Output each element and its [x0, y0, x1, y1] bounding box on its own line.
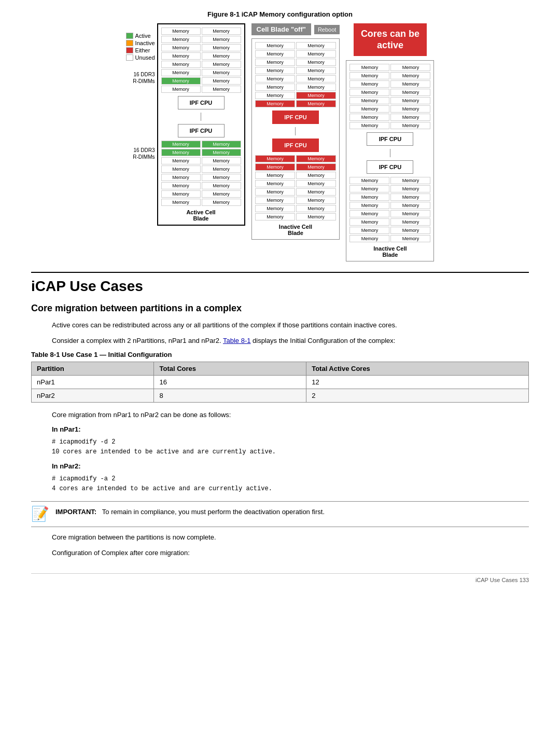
table-row: nPar1 16 12 — [32, 376, 529, 389]
blade2-top-memory: MemoryMemory MemoryMemory MemoryMemory M… — [255, 42, 336, 107]
cell-blade-off-label: Cell Blade "off" — [251, 23, 311, 35]
blade3-label: Inactive CellBlade — [373, 245, 407, 258]
migration-intro: Core migration from nPar1 to nPar2 can b… — [31, 410, 529, 420]
blade2-cpu-bot: IPF CPU — [272, 139, 319, 152]
migration-complete: Core migration between the partitions is… — [31, 532, 529, 543]
blade1-with-ddr: Active Inactive Either Unused 16 DDR3R-D… — [126, 23, 245, 226]
legend: Active Inactive Either Unused — [126, 33, 155, 61]
important-box: 📝 IMPORTANT: To remain in compliance, yo… — [31, 501, 529, 527]
blade2-panel: MemoryMemory MemoryMemory MemoryMemory M… — [251, 38, 340, 240]
section-title: iCAP Use Cases — [31, 272, 529, 295]
important-text: IMPORTANT: To remain in compliance, you … — [55, 507, 325, 517]
code-block-1: # icapmodify -d 2 10 cores are intended … — [52, 435, 529, 459]
in-npar2-label: In nPar2: — [52, 462, 529, 470]
blade1-cpu-top: IPF CPU — [178, 96, 225, 109]
blade3-cpu-top: IPF CPU — [367, 132, 413, 146]
blade1-label: Active CellBlade — [186, 209, 215, 222]
blade3-cpu-bot: IPF CPU — [367, 160, 413, 174]
blade1-cpu-bot: IPF CPU — [178, 124, 225, 137]
legend-unused: Unused — [135, 54, 155, 61]
blade3-wrapper: Cores can beactive MemoryMemory MemoryMe… — [346, 23, 434, 261]
blade3-panel: MemoryMemory MemoryMemory MemoryMemory M… — [346, 60, 434, 261]
in-npar1-label: In nPar1: — [52, 425, 529, 433]
cell-active-npar1: 12 — [306, 376, 529, 389]
blade3-top-memory: MemoryMemory MemoryMemory MemoryMemory M… — [349, 64, 430, 129]
subsection-title: Core migration between partitions in a c… — [31, 303, 529, 314]
para2: Consider a complex with 2 nPartitions, n… — [31, 336, 529, 346]
figure-title: Figure 8-1 iCAP Memory configuration opt… — [31, 10, 529, 18]
important-message: To remain in compliance, you must perfor… — [102, 508, 325, 516]
col-partition: Partition — [32, 362, 154, 376]
table-row: nPar2 8 2 — [32, 389, 529, 403]
blade1-panel: MemoryMemory MemoryMemory MemoryMemory M… — [157, 23, 245, 226]
para1: Active cores can be redistributed across… — [31, 320, 529, 330]
code-block-2: # icapmodify -a 2 4 cores are intended t… — [52, 472, 529, 496]
ddr-bot-label: 16 DDR3R-DIMMs — [133, 147, 155, 160]
legend-inactive: Inactive — [135, 40, 155, 46]
col-total-cores: Total Cores — [154, 362, 306, 376]
blade1-top-memory: MemoryMemory MemoryMemory MemoryMemory M… — [161, 27, 241, 93]
cell-npar2: nPar2 — [32, 389, 154, 403]
footer: iCAP Use Cases 133 — [31, 573, 529, 583]
legend-either: Either — [135, 47, 150, 53]
blade1-bot-memory: MemoryMemory MemoryMemory MemoryMemory M… — [161, 141, 241, 206]
blade3-bot-memory: MemoryMemory MemoryMemory MemoryMemory M… — [349, 177, 430, 242]
table-title: Table 8-1 Use Case 1 — Initial Configura… — [31, 351, 529, 358]
data-table: Partition Total Cores Total Active Cores… — [31, 362, 529, 403]
blade2-bot-memory: MemoryMemory MemoryMemory MemoryMemory M… — [255, 155, 336, 220]
important-label: IMPORTANT: — [55, 508, 96, 516]
ddr-top-label: 16 DDR3R-DIMMs — [133, 71, 155, 85]
col-total-active: Total Active Cores — [306, 362, 529, 376]
config-after: Configuration of Complex after core migr… — [31, 548, 529, 558]
reboot-button[interactable]: Reboot — [314, 25, 340, 34]
legend-active: Active — [135, 33, 151, 39]
cell-cores-npar1: 16 — [154, 376, 306, 389]
important-icon: 📝 — [31, 507, 49, 521]
cell-active-npar2: 2 — [306, 389, 529, 403]
blade2-cpu-top: IPF CPU — [272, 110, 319, 124]
blade2-wrapper: Cell Blade "off" Reboot MemoryMemory Mem… — [251, 23, 340, 240]
cell-cores-npar2: 8 — [154, 389, 306, 403]
diagram-container: Active Inactive Either Unused 16 DDR3R-D… — [31, 23, 529, 261]
cores-active-box: Cores can beactive — [354, 23, 427, 56]
cell-npar1: nPar1 — [32, 376, 154, 389]
blade2-label: Inactive CellBlade — [279, 224, 312, 236]
